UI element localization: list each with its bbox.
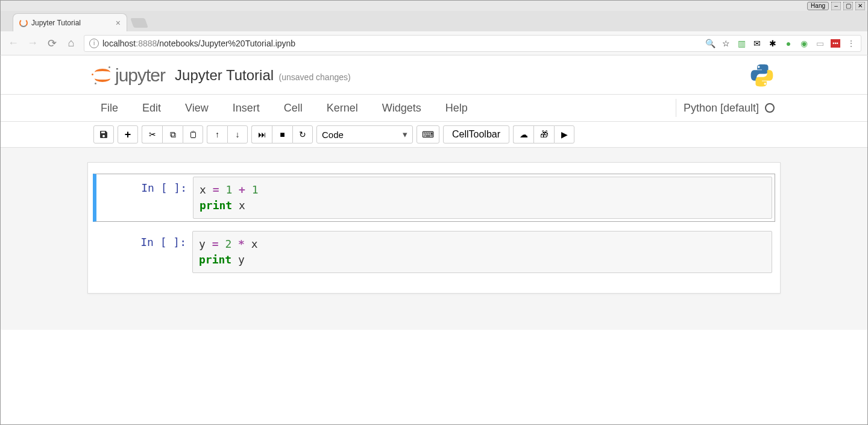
menu-kernel[interactable]: Kernel xyxy=(315,97,370,119)
reload-icon[interactable]: ⟳ xyxy=(45,37,58,50)
move-up-button[interactable]: ↑ xyxy=(207,125,227,143)
kernel-name: Python [default] xyxy=(684,102,759,115)
page-content: jupyter Jupyter Tutorial (unsaved change… xyxy=(0,55,868,425)
notebook-area: In [ ]:x = 1 + 1 print xIn [ ]:y = 2 * x… xyxy=(1,148,867,330)
kernel-status-icon xyxy=(765,103,775,113)
cell-prompt: In [ ]: xyxy=(96,231,192,273)
grammarly-icon[interactable]: ◉ xyxy=(799,39,809,48)
save-icon xyxy=(99,130,108,139)
restart-button[interactable]: ↻ xyxy=(292,125,313,143)
mail-icon[interactable]: ✉ xyxy=(752,39,762,48)
arrow-up-icon: ↑ xyxy=(215,130,219,139)
home-icon[interactable]: ⌂ xyxy=(64,37,78,49)
green-dot-icon[interactable]: ● xyxy=(784,39,793,48)
youtube-icon: ▶ xyxy=(561,130,568,139)
notebook-title[interactable]: Jupyter Tutorial xyxy=(175,67,274,83)
save-button[interactable] xyxy=(93,125,114,143)
browser-tab[interactable]: Jupyter Tutorial × xyxy=(13,13,127,31)
menubar-container: File Edit View Insert Cell Kernel Widget… xyxy=(1,95,867,122)
jupyter-logo-text: jupyter xyxy=(115,65,165,86)
paste-icon: 📋︎ xyxy=(189,130,197,139)
zoom-icon[interactable]: 🔍 xyxy=(705,39,715,48)
cloud-upload-button[interactable]: ☁ xyxy=(513,125,533,143)
url-host: localhost xyxy=(102,39,136,48)
stop-icon: ■ xyxy=(280,130,285,139)
run-button[interactable]: ⏭ xyxy=(251,125,272,143)
keyboard-icon: ⌨ xyxy=(422,130,434,139)
maximize-icon[interactable]: ▢ xyxy=(843,2,853,10)
cell-type-value: Code xyxy=(322,130,344,140)
gift-icon: 🎁︎ xyxy=(540,130,549,139)
close-tab-icon[interactable]: × xyxy=(116,18,121,28)
menu-view[interactable]: View xyxy=(173,97,221,119)
gift-button[interactable]: 🎁︎ xyxy=(533,125,554,143)
menu-widgets[interactable]: Widgets xyxy=(370,97,433,119)
jupyter-logo-icon xyxy=(93,66,112,84)
code-input[interactable]: x = 1 + 1 print x xyxy=(193,177,772,219)
browser-toolbar: ← → ⟳ ⌂ i localhost:8888/notebooks/Jupyt… xyxy=(0,31,868,55)
paste-button[interactable]: 📋︎ xyxy=(183,125,203,143)
browser-tab-strip: Jupyter Tutorial × xyxy=(0,11,868,31)
stop-button[interactable]: ■ xyxy=(272,125,292,143)
chat-icon[interactable]: ▭ xyxy=(815,39,825,48)
cell-toolbar-button[interactable]: CellToolbar xyxy=(443,125,509,143)
plus-icon: + xyxy=(125,128,131,141)
jupyter-toolbar: + ✂ ⧉ 📋︎ ↑ ↓ ⏭ ■ ↻ Code ⌨ CellToolbar ☁ xyxy=(87,122,781,147)
code-cell[interactable]: In [ ]:y = 2 * x print y xyxy=(93,228,775,276)
forward-icon[interactable]: → xyxy=(26,37,39,49)
copy-button[interactable]: ⧉ xyxy=(162,125,183,143)
restart-icon: ↻ xyxy=(299,130,306,139)
browser-menu-icon[interactable]: ⋮ xyxy=(846,39,856,48)
hang-button[interactable]: Hang xyxy=(807,2,829,10)
url-path: /notebooks/Jupyter%20Tutorial.ipynb xyxy=(157,39,295,48)
cut-button[interactable]: ✂ xyxy=(142,125,162,143)
jupyter-header: jupyter Jupyter Tutorial (unsaved change… xyxy=(1,55,867,95)
run-icon: ⏭ xyxy=(258,130,266,139)
menu-file[interactable]: File xyxy=(93,97,130,119)
menubar: File Edit View Insert Cell Kernel Widget… xyxy=(87,95,781,121)
save-status: (unsaved changes) xyxy=(279,72,351,82)
code-cell[interactable]: In [ ]:x = 1 + 1 print x xyxy=(93,174,775,222)
code-input[interactable]: y = 2 * x print y xyxy=(192,231,772,273)
jupyter-favicon-icon xyxy=(19,19,28,27)
copy-icon: ⧉ xyxy=(170,130,176,140)
bookmark-star-icon[interactable]: ☆ xyxy=(721,39,731,48)
cloud-upload-icon: ☁ xyxy=(520,130,528,139)
back-icon[interactable]: ← xyxy=(7,37,20,49)
lastpass-icon[interactable]: ••• xyxy=(831,39,840,48)
video-button[interactable]: ▶ xyxy=(554,125,574,143)
arrow-down-icon: ↓ xyxy=(236,130,240,139)
toolbar-container: + ✂ ⧉ 📋︎ ↑ ↓ ⏭ ■ ↻ Code ⌨ CellToolbar ☁ xyxy=(1,122,867,148)
url-port: :8888 xyxy=(136,39,157,48)
menu-edit[interactable]: Edit xyxy=(130,97,173,119)
evernote-icon[interactable]: ✱ xyxy=(768,39,778,48)
new-tab-button[interactable] xyxy=(130,18,148,28)
menu-cell[interactable]: Cell xyxy=(272,97,315,119)
site-info-icon[interactable]: i xyxy=(89,39,99,48)
jupyter-logo[interactable]: jupyter xyxy=(93,65,165,86)
menu-help[interactable]: Help xyxy=(433,97,480,119)
close-window-icon[interactable]: ✕ xyxy=(855,2,865,10)
window-titlebar: Hang – ▢ ✕ xyxy=(0,0,868,11)
command-palette-button[interactable]: ⌨ xyxy=(417,125,439,143)
cell-type-select[interactable]: Code xyxy=(316,125,413,143)
menu-insert[interactable]: Insert xyxy=(221,97,272,119)
cut-icon: ✂ xyxy=(149,130,156,139)
extension-icon[interactable]: ▥ xyxy=(737,39,746,48)
minimize-icon[interactable]: – xyxy=(831,2,841,10)
notebook: In [ ]:x = 1 + 1 print xIn [ ]:y = 2 * x… xyxy=(87,162,781,294)
add-cell-button[interactable]: + xyxy=(118,125,138,143)
python-logo-icon xyxy=(749,63,775,88)
move-down-button[interactable]: ↓ xyxy=(227,125,248,143)
cell-prompt: In [ ]: xyxy=(96,177,193,219)
tab-title: Jupyter Tutorial xyxy=(31,19,81,27)
address-bar[interactable]: i localhost:8888/notebooks/Jupyter%20Tut… xyxy=(84,35,861,52)
